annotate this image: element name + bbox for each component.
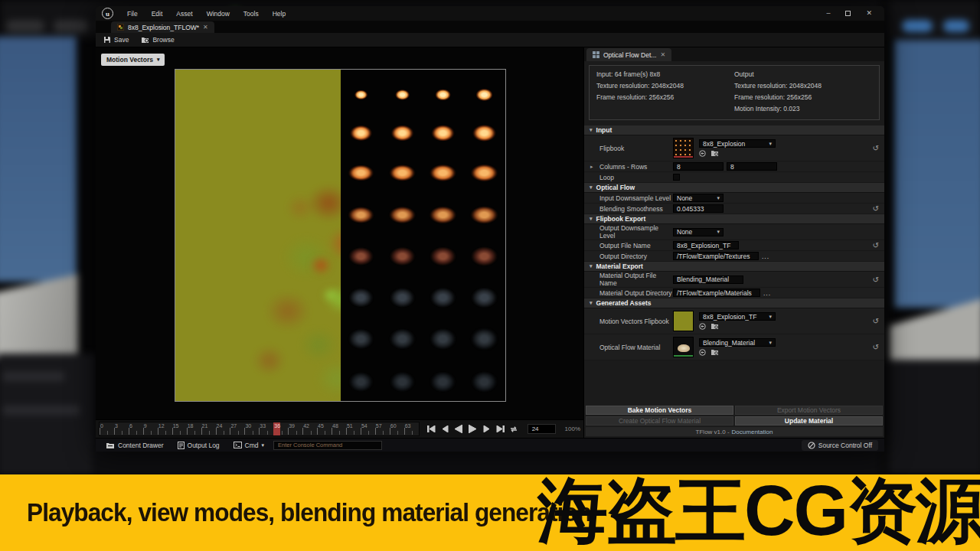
columns-input[interactable]: 8 xyxy=(673,162,724,171)
console-command-input[interactable]: Enter Console Command xyxy=(273,441,382,450)
use-selected-asset-icon[interactable] xyxy=(699,150,706,157)
section-input[interactable]: ▾ Input xyxy=(584,126,884,135)
update-material-button[interactable]: Update Material xyxy=(735,416,883,425)
tab-close-icon[interactable]: ✕ xyxy=(203,24,208,31)
rows-input[interactable]: 8 xyxy=(727,162,777,171)
section-flipbook-export[interactable]: ▾ Flipbook Export xyxy=(584,214,884,224)
close-window-icon[interactable]: ✕ xyxy=(866,10,872,17)
cmd-dropdown[interactable]: Cmd ▾ xyxy=(229,442,269,449)
menu-edit[interactable]: Edit xyxy=(145,10,170,18)
flipbook-asset-dropdown[interactable]: 8x8_Explosion ▾ xyxy=(699,139,776,148)
details-tab-close-icon[interactable]: ✕ xyxy=(660,51,665,58)
timeline-frame-21[interactable]: 21 xyxy=(201,422,216,435)
minimize-icon[interactable]: – xyxy=(826,10,830,17)
timeline-frame-36[interactable]: 36 xyxy=(273,422,288,435)
timeline-frame-45[interactable]: 45 xyxy=(317,422,332,435)
fps-input[interactable]: 24 xyxy=(528,424,556,434)
asset-thumbnail-icon xyxy=(117,24,124,31)
loop-button[interactable] xyxy=(508,423,520,435)
output-log-button[interactable]: Output Log xyxy=(173,442,224,449)
go-to-end-button[interactable] xyxy=(495,423,506,435)
browse-to-asset-icon[interactable] xyxy=(711,323,719,330)
timeline-frame-54[interactable]: 54 xyxy=(361,422,375,435)
asset-tab[interactable]: 8x8_Explosion_TFLOW* ✕ xyxy=(111,21,214,33)
menu-file[interactable]: File xyxy=(120,10,145,18)
timeline-frame-48[interactable]: 48 xyxy=(332,422,346,435)
create-optical-flow-material-button: Create Optical Flow Material xyxy=(586,416,733,425)
input-downsample-dropdown[interactable]: None ▾ xyxy=(673,194,724,202)
timeline-frame-33[interactable]: 33 xyxy=(259,422,273,435)
asset-tab-label: 8x8_Explosion_TFLOW* xyxy=(128,24,199,31)
timeline-frame-15[interactable]: 15 xyxy=(172,422,187,435)
loop-checkbox[interactable] xyxy=(673,174,680,181)
reset-to-default-icon[interactable]: ↺ xyxy=(873,241,879,249)
reset-to-default-icon[interactable]: ↺ xyxy=(873,204,879,213)
menu-tools[interactable]: Tools xyxy=(237,10,266,18)
browse-directory-button[interactable]: ... xyxy=(763,289,771,297)
content-drawer-button[interactable]: Content Drawer xyxy=(102,442,168,449)
browse-button[interactable]: Browse xyxy=(141,36,174,44)
flipbook-asset-thumbnail[interactable] xyxy=(673,138,694,158)
timeline-frame-24[interactable]: 24 xyxy=(216,422,230,435)
timeline-frame-6[interactable]: 6 xyxy=(129,422,143,435)
motion-vectors-asset-dropdown[interactable]: 8x8_Explosion_TF ▾ xyxy=(699,312,776,321)
material-file-name-input[interactable]: Blending_Material xyxy=(673,276,743,284)
browse-to-asset-icon[interactable] xyxy=(711,349,719,356)
timeline-frame-42[interactable]: 42 xyxy=(302,422,317,435)
play-reverse-button[interactable] xyxy=(453,423,465,435)
reset-to-default-icon[interactable]: ↺ xyxy=(873,317,879,325)
browse-to-asset-icon[interactable] xyxy=(711,150,719,157)
timeline-frame-12[interactable]: 12 xyxy=(158,422,172,435)
timeline-frame-30[interactable]: 30 xyxy=(244,422,259,435)
timeline-frame-0[interactable]: 0 xyxy=(100,422,114,435)
maximize-icon[interactable] xyxy=(845,11,851,16)
section-generated-assets[interactable]: ▾ Generated Assets xyxy=(584,298,884,308)
timeline-frame-9[interactable]: 9 xyxy=(143,422,158,435)
play-button[interactable] xyxy=(467,423,479,435)
step-forward-button[interactable] xyxy=(481,423,492,435)
reset-to-default-icon[interactable]: ↺ xyxy=(873,343,879,351)
go-to-start-button[interactable] xyxy=(426,423,437,435)
timeline-frame-39[interactable]: 39 xyxy=(288,422,302,435)
output-downsample-dropdown[interactable]: None ▾ xyxy=(673,228,724,236)
timeline-frame-63[interactable]: 63 xyxy=(404,422,419,435)
flipbook-viewport[interactable]: Motion Vectors ▾ xyxy=(96,47,583,419)
browse-directory-button[interactable]: ... xyxy=(762,253,769,260)
motion-vectors-thumbnail[interactable] xyxy=(673,311,694,331)
flipbook-info-box: Input: 64 frame(s) 8x8 Texture resolutio… xyxy=(589,65,880,120)
timeline-frame-57[interactable]: 57 xyxy=(375,422,390,435)
details-panel-tab[interactable]: Optical Flow Det... ✕ xyxy=(586,48,671,61)
step-back-button[interactable] xyxy=(439,423,451,435)
title-bar[interactable]: u File Edit Asset Window Tools Help – ✕ xyxy=(96,6,884,21)
material-asset-dropdown[interactable]: Blending_Material ▾ xyxy=(699,338,776,347)
timeline-frame-51[interactable]: 51 xyxy=(346,422,361,435)
menu-asset[interactable]: Asset xyxy=(169,10,199,18)
timeline-frame-27[interactable]: 27 xyxy=(230,422,244,435)
flipbook-frame xyxy=(381,194,423,235)
use-selected-asset-icon[interactable] xyxy=(699,323,706,330)
menu-help[interactable]: Help xyxy=(266,10,292,18)
material-thumbnail[interactable] xyxy=(673,337,694,357)
output-directory-input[interactable]: /TFlow/Example/Textures xyxy=(673,252,759,260)
documentation-link[interactable]: Documentation xyxy=(732,429,773,435)
reset-to-default-icon[interactable]: ↺ xyxy=(873,276,879,284)
output-file-name-input[interactable]: 8x8_Explosion_TF xyxy=(673,241,739,249)
section-material-export[interactable]: ▾ Material Export xyxy=(584,262,884,272)
source-control-button[interactable]: Source Control Off xyxy=(802,440,878,451)
material-directory-input[interactable]: /TFlow/Example/Materials xyxy=(673,289,760,297)
menu-window[interactable]: Window xyxy=(200,10,237,18)
timeline-frame-18[interactable]: 18 xyxy=(187,422,201,435)
save-button[interactable]: Save xyxy=(103,36,129,44)
section-optical-flow[interactable]: ▾ Optical Flow xyxy=(584,183,884,193)
blending-smoothness-input[interactable]: 0.045333 xyxy=(673,204,724,213)
expander-right-icon[interactable]: ▸ xyxy=(590,164,599,170)
timeline-frame-60[interactable]: 60 xyxy=(390,422,404,435)
bake-motion-vectors-button[interactable]: Bake Motion Vectors xyxy=(586,406,733,415)
view-mode-dropdown[interactable]: Motion Vectors ▾ xyxy=(101,54,165,66)
timeline-ruler[interactable]: 0369121518212427303336394245485154576063 xyxy=(99,422,420,436)
flipbook-frame xyxy=(464,152,505,194)
motion-vectors-flipbook-row: Motion Vectors Flipbook 8x8_Explosion_TF… xyxy=(584,308,884,334)
use-selected-asset-icon[interactable] xyxy=(699,349,706,356)
timeline-frame-3[interactable]: 3 xyxy=(114,422,129,435)
reset-to-default-icon[interactable]: ↺ xyxy=(873,144,879,152)
